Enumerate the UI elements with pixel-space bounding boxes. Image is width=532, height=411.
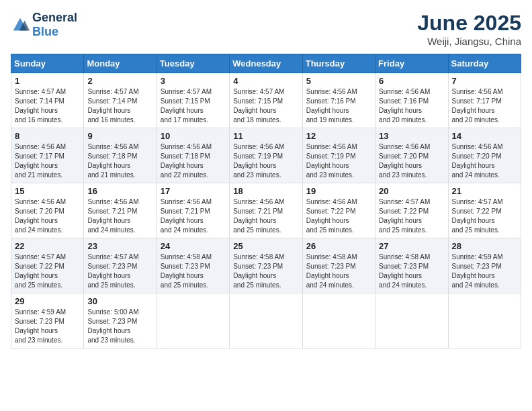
table-row: 10Sunrise: 4:56 AMSunset: 7:18 PMDayligh… — [157, 128, 229, 183]
calendar-header-row: Sunday Monday Tuesday Wednesday Thursday… — [11, 54, 521, 73]
calendar-week-row: 15Sunrise: 4:56 AMSunset: 7:20 PMDayligh… — [11, 183, 521, 238]
table-row: 29Sunrise: 4:59 AMSunset: 7:23 PMDayligh… — [11, 293, 84, 349]
day-number: 22 — [15, 241, 80, 251]
cell-info: Sunrise: 4:57 AMSunset: 7:22 PMDaylight … — [379, 197, 444, 235]
cell-info: Sunrise: 4:56 AMSunset: 7:17 PMDaylight … — [452, 87, 517, 125]
table-row: 16Sunrise: 4:56 AMSunset: 7:21 PMDayligh… — [84, 183, 157, 238]
table-row: 12Sunrise: 4:56 AMSunset: 7:19 PMDayligh… — [302, 128, 375, 183]
col-friday: Friday — [375, 54, 448, 73]
day-number: 13 — [379, 131, 444, 141]
table-row: 17Sunrise: 4:56 AMSunset: 7:21 PMDayligh… — [157, 183, 229, 238]
table-row: 21Sunrise: 4:57 AMSunset: 7:22 PMDayligh… — [448, 183, 521, 238]
day-number: 9 — [87, 131, 152, 141]
table-row: 13Sunrise: 4:56 AMSunset: 7:20 PMDayligh… — [375, 128, 448, 183]
cell-info: Sunrise: 4:56 AMSunset: 7:16 PMDaylight … — [379, 87, 444, 125]
day-number: 23 — [87, 241, 152, 251]
logo-text: General Blue — [32, 11, 77, 39]
table-row: 5Sunrise: 4:56 AMSunset: 7:16 PMDaylight… — [302, 73, 375, 128]
day-number: 4 — [233, 76, 298, 86]
cell-info: Sunrise: 5:00 AMSunset: 7:23 PMDaylight … — [87, 308, 152, 345]
logo-general: General — [32, 11, 77, 24]
cell-info: Sunrise: 4:58 AMSunset: 7:23 PMDaylight … — [379, 253, 444, 290]
day-number: 8 — [15, 131, 80, 141]
col-wednesday: Wednesday — [230, 54, 302, 73]
day-number: 28 — [452, 241, 517, 251]
cell-info: Sunrise: 4:57 AMSunset: 7:14 PMDaylight … — [87, 87, 152, 125]
day-number: 19 — [306, 186, 371, 196]
table-row — [230, 293, 302, 349]
page-header: General Blue June 2025 Weiji, Jiangsu, C… — [11, 11, 521, 47]
table-row: 24Sunrise: 4:58 AMSunset: 7:23 PMDayligh… — [157, 238, 229, 293]
table-row: 15Sunrise: 4:56 AMSunset: 7:20 PMDayligh… — [11, 183, 84, 238]
table-row: 9Sunrise: 4:56 AMSunset: 7:18 PMDaylight… — [84, 128, 157, 183]
logo-icon — [11, 15, 30, 34]
table-row: 1Sunrise: 4:57 AMSunset: 7:14 PMDaylight… — [11, 73, 84, 128]
table-row — [448, 293, 521, 349]
table-row: 25Sunrise: 4:58 AMSunset: 7:23 PMDayligh… — [230, 238, 302, 293]
cell-info: Sunrise: 4:57 AMSunset: 7:22 PMDaylight … — [452, 197, 517, 235]
day-number: 5 — [306, 76, 371, 86]
table-row: 8Sunrise: 4:56 AMSunset: 7:17 PMDaylight… — [11, 128, 84, 183]
table-row: 23Sunrise: 4:57 AMSunset: 7:23 PMDayligh… — [84, 238, 157, 293]
day-number: 27 — [379, 241, 444, 251]
table-row: 3Sunrise: 4:57 AMSunset: 7:15 PMDaylight… — [157, 73, 229, 128]
calendar-week-row: 8Sunrise: 4:56 AMSunset: 7:17 PMDaylight… — [11, 128, 521, 183]
logo: General Blue — [11, 11, 77, 39]
cell-info: Sunrise: 4:58 AMSunset: 7:23 PMDaylight … — [233, 253, 298, 290]
col-saturday: Saturday — [448, 54, 521, 73]
table-row: 30Sunrise: 5:00 AMSunset: 7:23 PMDayligh… — [84, 293, 157, 349]
cell-info: Sunrise: 4:59 AMSunset: 7:23 PMDaylight … — [452, 253, 517, 290]
cell-info: Sunrise: 4:56 AMSunset: 7:22 PMDaylight … — [306, 197, 371, 235]
table-row: 20Sunrise: 4:57 AMSunset: 7:22 PMDayligh… — [375, 183, 448, 238]
day-number: 30 — [87, 296, 152, 306]
day-number: 6 — [379, 76, 444, 86]
calendar-week-row: 1Sunrise: 4:57 AMSunset: 7:14 PMDaylight… — [11, 73, 521, 128]
cell-info: Sunrise: 4:57 AMSunset: 7:14 PMDaylight … — [15, 87, 80, 125]
cell-info: Sunrise: 4:57 AMSunset: 7:23 PMDaylight … — [87, 253, 152, 290]
table-row: 7Sunrise: 4:56 AMSunset: 7:17 PMDaylight… — [448, 73, 521, 128]
col-tuesday: Tuesday — [157, 54, 229, 73]
day-number: 20 — [379, 186, 444, 196]
cell-info: Sunrise: 4:56 AMSunset: 7:20 PMDaylight … — [15, 197, 80, 235]
day-number: 12 — [306, 131, 371, 141]
day-number: 15 — [15, 186, 80, 196]
col-sunday: Sunday — [11, 54, 84, 73]
table-row: 2Sunrise: 4:57 AMSunset: 7:14 PMDaylight… — [84, 73, 157, 128]
table-row: 18Sunrise: 4:56 AMSunset: 7:21 PMDayligh… — [230, 183, 302, 238]
table-row — [157, 293, 229, 349]
day-number: 16 — [87, 186, 152, 196]
calendar-week-row: 22Sunrise: 4:57 AMSunset: 7:22 PMDayligh… — [11, 238, 521, 293]
calendar-table: Sunday Monday Tuesday Wednesday Thursday… — [11, 54, 521, 349]
location-title: Weiji, Jiangsu, China — [417, 36, 521, 47]
day-number: 14 — [452, 131, 517, 141]
col-monday: Monday — [84, 54, 157, 73]
table-row: 28Sunrise: 4:59 AMSunset: 7:23 PMDayligh… — [448, 238, 521, 293]
logo-blue: Blue — [32, 25, 58, 38]
table-row — [375, 293, 448, 349]
cell-info: Sunrise: 4:56 AMSunset: 7:18 PMDaylight … — [87, 142, 152, 180]
cell-info: Sunrise: 4:57 AMSunset: 7:15 PMDaylight … — [161, 87, 226, 125]
cell-info: Sunrise: 4:56 AMSunset: 7:16 PMDaylight … — [306, 87, 371, 125]
day-number: 7 — [452, 76, 517, 86]
cell-info: Sunrise: 4:56 AMSunset: 7:21 PMDaylight … — [87, 197, 152, 235]
cell-info: Sunrise: 4:56 AMSunset: 7:21 PMDaylight … — [161, 197, 226, 235]
day-number: 10 — [161, 131, 226, 141]
cell-info: Sunrise: 4:56 AMSunset: 7:20 PMDaylight … — [379, 142, 444, 180]
cell-info: Sunrise: 4:57 AMSunset: 7:22 PMDaylight … — [15, 253, 80, 290]
day-number: 1 — [15, 76, 80, 86]
table-row — [302, 293, 375, 349]
day-number: 21 — [452, 186, 517, 196]
cell-info: Sunrise: 4:56 AMSunset: 7:20 PMDaylight … — [452, 142, 517, 180]
cell-info: Sunrise: 4:56 AMSunset: 7:21 PMDaylight … — [233, 197, 298, 235]
table-row: 26Sunrise: 4:58 AMSunset: 7:23 PMDayligh… — [302, 238, 375, 293]
table-row: 14Sunrise: 4:56 AMSunset: 7:20 PMDayligh… — [448, 128, 521, 183]
month-title: June 2025 — [417, 11, 521, 36]
cell-info: Sunrise: 4:56 AMSunset: 7:17 PMDaylight … — [15, 142, 80, 180]
cell-info: Sunrise: 4:58 AMSunset: 7:23 PMDaylight … — [306, 253, 371, 290]
day-number: 11 — [233, 131, 298, 141]
title-area: June 2025 Weiji, Jiangsu, China — [417, 11, 521, 47]
cell-info: Sunrise: 4:58 AMSunset: 7:23 PMDaylight … — [161, 253, 226, 290]
table-row: 4Sunrise: 4:57 AMSunset: 7:15 PMDaylight… — [230, 73, 302, 128]
day-number: 2 — [87, 76, 152, 86]
day-number: 26 — [306, 241, 371, 251]
